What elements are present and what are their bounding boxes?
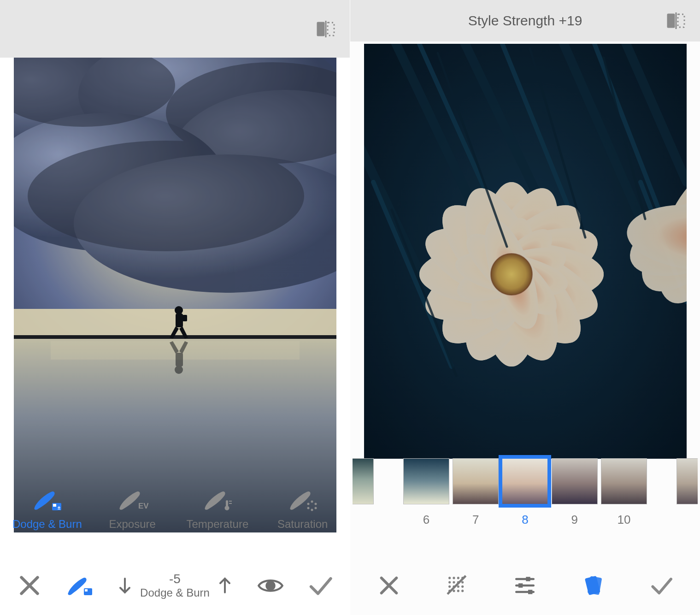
svg-rect-2 bbox=[328, 23, 334, 35]
svg-point-35 bbox=[307, 503, 309, 505]
svg-point-102 bbox=[448, 581, 451, 583]
apply-button[interactable] bbox=[306, 572, 334, 599]
style-strength-title: Style Strength +19 bbox=[468, 13, 582, 29]
svg-rect-120 bbox=[528, 590, 532, 594]
style-thumb-edge-right[interactable] bbox=[649, 458, 698, 513]
svg-point-111 bbox=[453, 590, 455, 592]
adjust-exposure[interactable]: EV Exposure bbox=[93, 489, 171, 531]
style-label: 6 bbox=[423, 513, 429, 527]
cancel-button[interactable] bbox=[376, 573, 402, 598]
svg-rect-26 bbox=[226, 500, 228, 507]
adjustments-row: ± Dodge & Burn EV Exposure bbox=[0, 485, 350, 556]
brush-mode-button[interactable] bbox=[65, 572, 93, 599]
svg-text:±: ± bbox=[58, 505, 60, 510]
svg-point-106 bbox=[448, 585, 451, 588]
screen-right: Style Strength +19 bbox=[350, 0, 700, 615]
svg-point-112 bbox=[457, 590, 459, 592]
style-thumb-10[interactable]: 10 bbox=[599, 458, 648, 527]
topbar-left bbox=[0, 0, 350, 58]
style-strip[interactable]: 6 7 8 9 10 bbox=[350, 458, 700, 550]
svg-rect-21 bbox=[14, 58, 336, 532]
style-label: 10 bbox=[618, 513, 631, 527]
brush-exposure-icon: EV bbox=[116, 489, 148, 511]
svg-point-105 bbox=[461, 581, 464, 583]
svg-point-30 bbox=[311, 501, 313, 503]
increase-icon[interactable] bbox=[215, 576, 235, 595]
value-stepper[interactable]: -5 Dodge & Burn bbox=[115, 572, 235, 599]
style-thumb-edge-left[interactable] bbox=[352, 458, 401, 513]
brush-dodge-burn-icon: ± bbox=[31, 489, 63, 511]
svg-point-109 bbox=[461, 585, 464, 588]
swatch-icon bbox=[353, 458, 374, 504]
apply-button[interactable] bbox=[648, 573, 674, 598]
topbar-right: Style Strength +19 bbox=[350, 0, 700, 41]
style-thumb-7[interactable]: 7 bbox=[451, 458, 500, 527]
svg-point-99 bbox=[453, 577, 455, 579]
adjust-dodge-burn[interactable]: ± Dodge & Burn bbox=[8, 489, 86, 531]
style-thumb-8[interactable]: 8 bbox=[500, 458, 550, 527]
swatch-icon bbox=[552, 458, 598, 504]
svg-rect-23 bbox=[53, 504, 56, 507]
svg-point-113 bbox=[461, 590, 464, 592]
adjust-label: Saturation bbox=[277, 518, 328, 531]
svg-rect-45 bbox=[678, 14, 684, 27]
svg-rect-116 bbox=[526, 577, 530, 581]
svg-point-27 bbox=[224, 506, 229, 510]
svg-point-33 bbox=[311, 509, 313, 511]
style-label: 7 bbox=[472, 513, 479, 527]
style-thumb-6[interactable]: 6 bbox=[401, 458, 451, 527]
tune-button[interactable] bbox=[512, 573, 538, 598]
style-label: 9 bbox=[571, 513, 578, 527]
svg-rect-39 bbox=[85, 589, 88, 591]
svg-rect-43 bbox=[668, 14, 674, 27]
swatch-icon bbox=[502, 458, 548, 504]
adjust-label: Exposure bbox=[109, 518, 155, 531]
svg-point-32 bbox=[314, 507, 317, 509]
svg-text:EV: EV bbox=[138, 502, 148, 510]
stepper-value: -5 bbox=[169, 572, 181, 586]
adjust-label: Temperature bbox=[187, 518, 249, 531]
svg-point-108 bbox=[457, 585, 459, 588]
preview-button[interactable] bbox=[257, 572, 284, 599]
decrease-icon[interactable] bbox=[115, 576, 135, 595]
svg-rect-95 bbox=[364, 44, 687, 459]
svg-point-100 bbox=[457, 577, 459, 579]
compare-icon[interactable] bbox=[666, 11, 686, 31]
svg-point-34 bbox=[307, 507, 309, 509]
svg-rect-0 bbox=[318, 23, 324, 35]
stepper-name: Dodge & Burn bbox=[140, 586, 210, 599]
texture-button[interactable] bbox=[444, 573, 470, 598]
brush-saturation-icon bbox=[287, 489, 319, 511]
style-label: 8 bbox=[522, 513, 528, 527]
image-canvas-left[interactable] bbox=[14, 58, 336, 532]
svg-rect-118 bbox=[518, 583, 523, 587]
adjust-temperature[interactable]: Temperature bbox=[178, 489, 257, 531]
compare-icon[interactable] bbox=[316, 19, 336, 39]
swatch-icon bbox=[453, 458, 499, 504]
adjust-saturation[interactable]: Saturation bbox=[264, 489, 342, 531]
cancel-button[interactable] bbox=[16, 572, 43, 599]
adjust-label: Dodge & Burn bbox=[12, 518, 82, 531]
image-canvas-right[interactable] bbox=[364, 44, 687, 459]
swatch-icon bbox=[601, 458, 647, 504]
swatch-icon bbox=[676, 458, 698, 504]
svg-point-103 bbox=[453, 581, 455, 583]
style-thumb-9[interactable]: 9 bbox=[550, 458, 599, 527]
svg-point-42 bbox=[266, 581, 274, 589]
screen-left: ± Dodge & Burn EV Exposure bbox=[0, 0, 350, 615]
svg-point-31 bbox=[314, 503, 317, 505]
styles-button[interactable] bbox=[580, 573, 606, 598]
brush-temperature-icon bbox=[201, 489, 234, 511]
svg-point-98 bbox=[448, 577, 451, 579]
swatch-icon bbox=[403, 458, 449, 504]
bottombar-left: -5 Dodge & Burn bbox=[0, 556, 350, 615]
bottombar-right bbox=[350, 556, 700, 615]
